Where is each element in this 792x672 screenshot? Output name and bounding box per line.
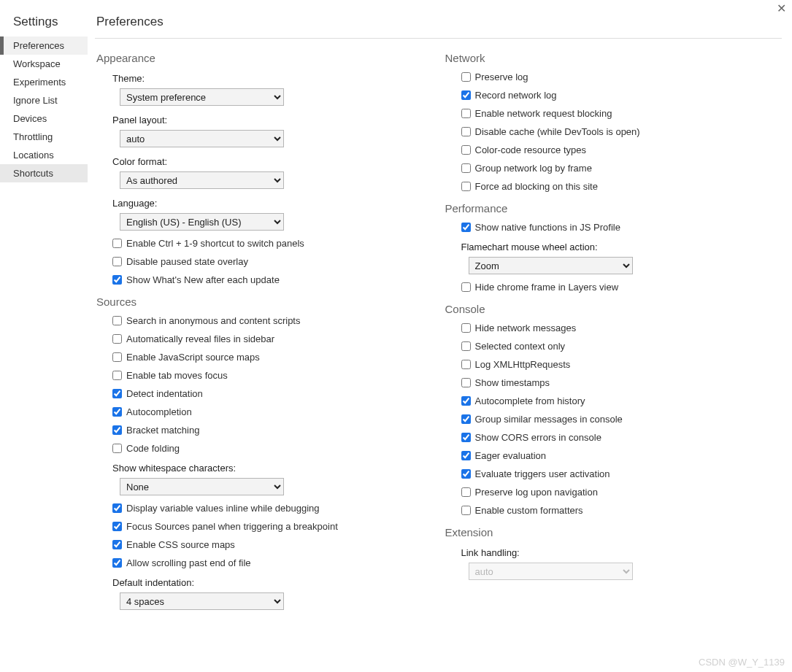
timestamps-checkbox[interactable] <box>461 378 471 387</box>
color-format-select[interactable]: As authored <box>120 171 284 189</box>
record-net-label: Record network log <box>475 90 557 101</box>
autocomplete-label: Autocompletion <box>126 406 192 417</box>
native-fn-checkbox[interactable] <box>461 223 471 232</box>
ctrl-shortcut-checkbox[interactable] <box>112 239 122 248</box>
cors-checkbox[interactable] <box>461 433 471 442</box>
group-frame-checkbox[interactable] <box>461 163 471 173</box>
group-frame-label: Group network log by frame <box>475 163 592 174</box>
eval-trig-label: Evaluate triggers user activation <box>475 468 610 479</box>
bracket-label: Bracket matching <box>126 425 199 436</box>
bracket-checkbox[interactable] <box>112 425 122 435</box>
hide-chrome-checkbox[interactable] <box>461 282 471 292</box>
group-sim-checkbox[interactable] <box>461 414 471 424</box>
eager-label: Eager evaluation <box>475 450 547 461</box>
disable-cache-label: Disable cache (while DevTools is open) <box>475 126 640 137</box>
hide-net-msg-label: Hide network messages <box>475 323 577 333</box>
sidebar-item-experiments[interactable]: Experiments <box>0 73 88 91</box>
color-code-checkbox[interactable] <box>461 145 471 155</box>
force-ad-label: Force ad blocking on this site <box>475 181 598 192</box>
hide-chrome-label: Hide chrome frame in Layers view <box>475 282 619 293</box>
sel-ctx-label: Selected context only <box>475 341 566 352</box>
section-network: Network <box>445 52 778 64</box>
language-label: Language: <box>112 198 429 209</box>
search-anon-checkbox[interactable] <box>112 316 122 325</box>
focus-sources-checkbox[interactable] <box>112 522 122 531</box>
page-title: Preferences <box>95 10 782 38</box>
disable-paused-checkbox[interactable] <box>112 257 122 266</box>
net-blocking-checkbox[interactable] <box>461 109 471 118</box>
flame-select[interactable]: Zoom <box>469 257 633 274</box>
indent-label: Default indentation: <box>112 577 429 588</box>
sidebar-item-ignore-list[interactable]: Ignore List <box>0 91 88 109</box>
panel-layout-select[interactable]: auto <box>120 130 284 147</box>
section-appearance: Appearance <box>96 52 429 64</box>
theme-label: Theme: <box>112 73 429 84</box>
color-code-label: Color-code resource types <box>475 144 586 155</box>
whats-new-label: Show What's New after each update <box>126 274 280 285</box>
sidebar-item-preferences[interactable]: Preferences <box>0 36 88 55</box>
sidebar-item-workspace[interactable]: Workspace <box>0 55 88 73</box>
timestamps-label: Show timestamps <box>475 377 550 388</box>
link-handling-select[interactable]: auto <box>469 563 633 580</box>
disable-cache-checkbox[interactable] <box>461 127 471 136</box>
log-xhr-checkbox[interactable] <box>461 360 471 369</box>
cors-label: Show CORS errors in console <box>475 432 601 443</box>
js-maps-label: Enable JavaScript source maps <box>126 352 260 363</box>
auto-hist-checkbox[interactable] <box>461 396 471 406</box>
section-console: Console <box>445 303 778 315</box>
theme-select[interactable]: System preference <box>120 88 284 106</box>
sel-ctx-checkbox[interactable] <box>461 341 471 351</box>
preserve-log-checkbox[interactable] <box>461 72 471 82</box>
section-performance: Performance <box>445 202 778 215</box>
custom-fmt-label: Enable custom formatters <box>475 505 583 516</box>
display-vars-checkbox[interactable] <box>112 503 122 513</box>
native-fn-label: Show native functions in JS Profile <box>475 222 620 233</box>
eager-checkbox[interactable] <box>461 451 471 460</box>
sidebar-item-throttling[interactable]: Throttling <box>0 128 88 146</box>
preserve-log-label: Preserve log <box>475 72 528 82</box>
custom-fmt-checkbox[interactable] <box>461 506 471 515</box>
code-fold-label: Code folding <box>126 443 180 454</box>
preserve-nav-checkbox[interactable] <box>461 487 471 497</box>
css-maps-checkbox[interactable] <box>112 540 122 549</box>
log-xhr-label: Log XMLHttpRequests <box>475 359 571 370</box>
tab-focus-checkbox[interactable] <box>112 371 122 380</box>
whitespace-select[interactable]: None <box>120 478 284 495</box>
flame-label: Flamechart mouse wheel action: <box>461 242 778 252</box>
auto-hist-label: Autocomplete from history <box>475 395 585 406</box>
js-maps-checkbox[interactable] <box>112 352 122 362</box>
tab-focus-label: Enable tab moves focus <box>126 370 228 381</box>
record-net-checkbox[interactable] <box>461 90 471 100</box>
eval-trig-checkbox[interactable] <box>461 469 471 479</box>
sidebar-item-shortcuts[interactable]: Shortcuts <box>0 164 88 182</box>
autocomplete-checkbox[interactable] <box>112 407 122 417</box>
indent-select[interactable]: 4 spaces <box>120 592 284 610</box>
focus-sources-label: Focus Sources panel when triggering a br… <box>126 521 338 532</box>
section-extension: Extension <box>445 526 778 538</box>
detect-indent-label: Detect indentation <box>126 388 203 399</box>
link-handling-label: Link handling: <box>461 547 778 558</box>
whitespace-label: Show whitespace characters: <box>112 463 429 474</box>
panel-layout-label: Panel layout: <box>112 115 429 125</box>
preserve-nav-label: Preserve log upon navigation <box>475 487 598 498</box>
css-maps-label: Enable CSS source maps <box>126 539 235 550</box>
ctrl-shortcut-label: Enable Ctrl + 1-9 shortcut to switch pan… <box>126 238 304 249</box>
sidebar-item-locations[interactable]: Locations <box>0 146 88 164</box>
close-button[interactable]: ✕ <box>777 3 786 15</box>
scroll-past-label: Allow scrolling past end of file <box>126 557 251 568</box>
sidebar-title: Settings <box>0 10 88 36</box>
force-ad-checkbox[interactable] <box>461 182 471 191</box>
auto-reveal-checkbox[interactable] <box>112 334 122 344</box>
display-vars-label: Display variable values inline while deb… <box>126 503 320 514</box>
code-fold-checkbox[interactable] <box>112 444 122 453</box>
group-sim-label: Group similar messages in console <box>475 414 623 425</box>
preferences-content[interactable]: Appearance Theme: System preference Pane… <box>95 42 782 672</box>
detect-indent-checkbox[interactable] <box>112 389 122 398</box>
scroll-past-checkbox[interactable] <box>112 558 122 568</box>
language-select[interactable]: English (US) - English (US) <box>120 213 284 231</box>
search-anon-label: Search in anonymous and content scripts <box>126 315 300 326</box>
disable-paused-label: Disable paused state overlay <box>126 256 248 267</box>
hide-net-msg-checkbox[interactable] <box>461 323 471 333</box>
sidebar-item-devices[interactable]: Devices <box>0 109 88 128</box>
whats-new-checkbox[interactable] <box>112 275 122 285</box>
